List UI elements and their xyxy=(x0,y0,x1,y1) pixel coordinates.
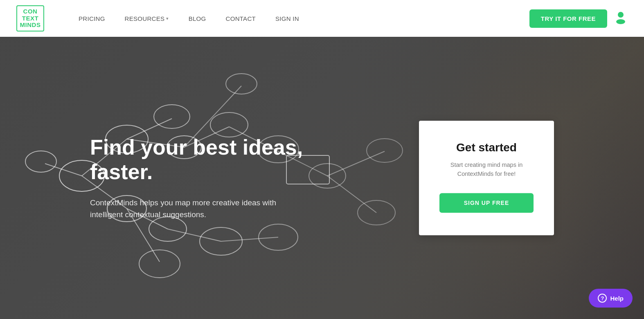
logo-line3: MINDS xyxy=(20,22,41,29)
hero-title-line2: faster. xyxy=(90,160,153,184)
nav-pricing[interactable]: PRICING xyxy=(69,15,115,22)
hero-section: Find your best ideas, faster. ContextMin… xyxy=(0,37,644,319)
get-started-card: Get started Start creating mind maps in … xyxy=(419,121,554,235)
nav-contact[interactable]: CONTACT xyxy=(216,15,266,22)
chevron-down-icon: ▾ xyxy=(166,16,169,21)
help-icon: ? xyxy=(598,294,607,303)
nav-signin[interactable]: SIGN IN xyxy=(266,15,309,22)
svg-line-12 xyxy=(168,229,221,241)
svg-line-16 xyxy=(327,176,376,213)
nav-blog[interactable]: BLOG xyxy=(179,15,216,22)
hero-content: Find your best ideas, faster. ContextMin… xyxy=(90,135,303,220)
help-button[interactable]: ? Help xyxy=(589,289,633,308)
svg-point-32 xyxy=(367,139,403,162)
hero-subtitle: ContextMinds helps you map more creative… xyxy=(90,196,290,220)
card-title: Get started xyxy=(439,141,534,154)
svg-point-26 xyxy=(210,112,248,137)
nav-resources[interactable]: RESOURCES ▾ xyxy=(115,15,179,22)
logo-line2: TEXT xyxy=(22,15,38,22)
user-icon[interactable] xyxy=(614,10,628,27)
sign-up-button[interactable]: SIGN UP FREE xyxy=(439,193,534,213)
help-label: Help xyxy=(610,295,624,302)
try-free-button[interactable]: TRY IT FOR FREE xyxy=(529,9,607,28)
svg-point-24 xyxy=(139,250,180,278)
svg-line-13 xyxy=(221,237,278,241)
svg-point-0 xyxy=(618,12,624,18)
logo-box: CON TEXT MINDS xyxy=(16,5,44,31)
svg-point-27 xyxy=(226,74,257,94)
svg-point-1 xyxy=(616,19,625,24)
nav-links: PRICING RESOURCES ▾ BLOG CONTACT SIGN IN xyxy=(69,15,529,22)
svg-line-15 xyxy=(327,151,385,176)
svg-point-18 xyxy=(25,151,56,172)
svg-point-21 xyxy=(154,105,190,128)
hero-title: Find your best ideas, faster. xyxy=(90,135,303,184)
logo-line1: CON xyxy=(23,8,38,15)
card-subtitle: Start creating mind maps in ContextMinds… xyxy=(439,161,534,179)
nav-right: TRY IT FOR FREE xyxy=(529,9,628,28)
navbar: CON TEXT MINDS PRICING RESOURCES ▾ BLOG … xyxy=(0,0,644,37)
user-avatar-icon[interactable] xyxy=(614,10,628,24)
logo[interactable]: CON TEXT MINDS xyxy=(16,5,44,31)
hero-title-line1: Find your best ideas, xyxy=(90,135,303,159)
